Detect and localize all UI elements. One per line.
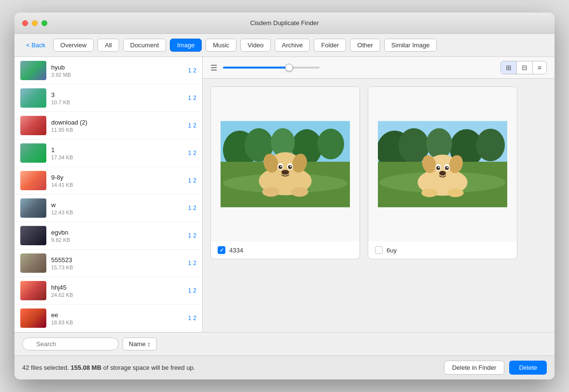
list-item[interactable]: egvbn 9.82 KB 1 2 — [14, 222, 202, 250]
svg-point-19 — [262, 187, 279, 197]
item-size: 11.95 KB — [51, 127, 183, 133]
list-item[interactable]: 555523 15.73 KB 1 2 — [14, 250, 202, 277]
count-2: 2 — [193, 177, 196, 184]
svg-point-4 — [318, 129, 345, 160]
sort-button[interactable]: Name ↕ — [123, 337, 157, 350]
window-title: Cisdem Duplicate Finder — [250, 19, 319, 27]
thumbnail — [20, 253, 46, 273]
count-1: 1 — [188, 260, 192, 266]
item-size: 10.7 KB — [51, 99, 183, 105]
maximize-button[interactable] — [42, 20, 47, 26]
svg-point-18 — [281, 170, 289, 175]
list-item[interactable]: 1 17.34 KB 1 2 — [14, 140, 202, 167]
svg-point-39 — [439, 171, 446, 176]
search-input[interactable] — [22, 337, 119, 350]
label-row: 6uy — [368, 241, 517, 259]
item-size: 3.92 MB — [51, 72, 183, 78]
svg-point-17 — [290, 166, 291, 167]
list-item[interactable]: ee 18.83 KB 1 2 — [14, 305, 202, 332]
svg-point-26 — [426, 128, 452, 159]
label-row: 4334 — [211, 241, 360, 259]
item-size: 9.82 KB — [51, 237, 183, 243]
list-item[interactable]: 3 10.7 KB 1 2 — [14, 84, 202, 112]
image-checkbox-2[interactable] — [375, 246, 383, 254]
item-name: w — [51, 201, 183, 209]
bottom-bar: 🔍 Name ↕ — [14, 332, 555, 355]
count-1: 1 — [188, 315, 192, 322]
svg-point-20 — [291, 187, 308, 197]
tab-archive[interactable]: Archive — [275, 39, 310, 52]
image-checkbox-1[interactable] — [218, 246, 225, 254]
item-name: download (2) — [51, 119, 183, 126]
item-name: 9-8y — [51, 174, 183, 181]
preview-toolbar: ☰ ⊞ ⊟ ≡ — [203, 57, 555, 79]
count-2: 2 — [193, 315, 196, 322]
list-item[interactable]: download (2) 11.95 KB 1 2 — [14, 112, 202, 140]
back-button[interactable]: < Back — [22, 40, 49, 51]
thumbnail — [20, 281, 46, 300]
grid-view-button[interactable]: ⊞ — [501, 61, 517, 74]
main-content: hyub 3.92 MB 1 2 3 10.7 KB 1 2 — [14, 57, 555, 332]
thumbnail — [20, 116, 46, 135]
svg-point-16 — [280, 166, 282, 167]
item-size: 12.43 KB — [51, 210, 183, 215]
filter-icon[interactable]: ☰ — [210, 63, 217, 72]
delete-button[interactable]: Delete — [509, 361, 547, 375]
thumbnail — [20, 143, 46, 163]
image-filename-1: 4334 — [229, 247, 243, 254]
puppy-image-2 — [378, 121, 507, 208]
delete-in-finder-button[interactable]: Delete in Finder — [444, 361, 505, 375]
tab-other[interactable]: Other — [350, 39, 380, 52]
count-1: 1 — [188, 122, 192, 129]
count-1: 1 — [188, 95, 192, 101]
minimize-button[interactable] — [32, 20, 38, 26]
preview-card: 4334 — [210, 86, 360, 259]
tab-all[interactable]: All — [97, 39, 119, 52]
item-size: 15.73 KB — [51, 265, 183, 270]
preview-card: 6uy — [368, 86, 517, 259]
tab-music[interactable]: Music — [206, 39, 236, 52]
count-1: 1 — [188, 67, 192, 74]
count-2: 2 — [193, 67, 196, 74]
thumbnail — [20, 61, 46, 80]
tab-folder[interactable]: Folder — [314, 39, 346, 52]
search-container: 🔍 Name ↕ — [22, 337, 157, 350]
list-item[interactable]: hhj45 24.62 KB 1 2 — [14, 277, 202, 305]
zoom-slider[interactable] — [223, 67, 319, 69]
item-size: 17.34 KB — [51, 154, 183, 160]
item-name: hhj45 — [51, 284, 183, 291]
item-name: ee — [51, 311, 183, 319]
count-2: 2 — [193, 260, 196, 266]
status-text: 42 files selected. 155.08 MB of storage … — [22, 364, 195, 371]
list-item[interactable]: hyub 3.92 MB 1 2 — [14, 57, 202, 84]
column-view-button[interactable]: ⊟ — [517, 61, 533, 74]
list-view-button[interactable]: ≡ — [533, 61, 546, 74]
list-item[interactable]: w 12.43 KB 1 2 — [14, 195, 202, 222]
list-item[interactable]: 9-8y 14.41 KB 1 2 — [14, 167, 202, 195]
item-name: 555523 — [51, 256, 183, 264]
count-1: 1 — [188, 205, 192, 211]
tab-similar-image[interactable]: Similar Image — [384, 39, 437, 52]
item-name: 1 — [51, 146, 183, 154]
svg-point-40 — [421, 189, 438, 197]
close-button[interactable] — [22, 20, 28, 26]
count-1: 1 — [188, 150, 192, 156]
tab-document[interactable]: Document — [123, 39, 166, 52]
svg-point-25 — [476, 129, 505, 161]
tab-image[interactable]: Image — [170, 39, 202, 52]
image-container — [368, 87, 517, 241]
count-2: 2 — [193, 122, 196, 129]
item-size: 18.83 KB — [51, 320, 183, 325]
count-1: 1 — [188, 232, 192, 239]
preview-grid: 4334 — [203, 79, 555, 332]
tab-overview[interactable]: Overview — [53, 39, 94, 52]
item-size: 24.62 KB — [51, 292, 183, 298]
item-name: 3 — [51, 91, 183, 98]
tab-video[interactable]: Video — [240, 39, 271, 52]
preview-area: ☰ ⊞ ⊟ ≡ — [203, 57, 555, 332]
svg-point-38 — [446, 167, 448, 168]
count-2: 2 — [193, 232, 196, 239]
status-bar: 42 files selected. 155.08 MB of storage … — [14, 355, 555, 379]
thumbnail — [20, 88, 46, 108]
item-name: hyub — [51, 64, 183, 71]
